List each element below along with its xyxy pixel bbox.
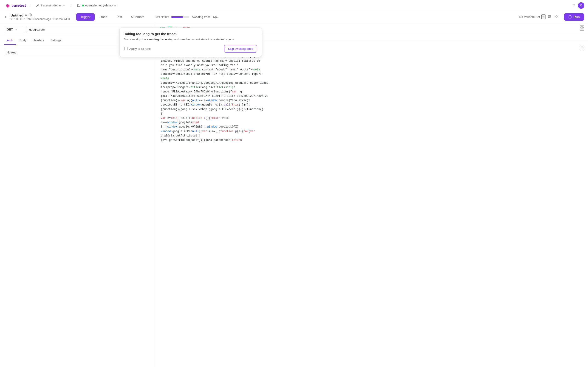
code-line-19: 0===window.google.kOPI&&0===window.googl… bbox=[161, 125, 583, 129]
code-line-16: { bbox=[161, 112, 583, 116]
environment-selector[interactable]: opentelemetry-demo bbox=[75, 3, 119, 8]
test-title-row: Untitled ✏ ⓘ bbox=[10, 13, 70, 17]
main-content: GET Auth Body Headers Settings No Auth bbox=[0, 23, 588, 367]
svg-point-2 bbox=[37, 4, 38, 6]
apply-checkbox-input[interactable] bbox=[124, 47, 128, 50]
run-label: Run bbox=[573, 15, 580, 19]
run-spinner bbox=[569, 15, 572, 19]
code-expand-icon bbox=[580, 46, 584, 50]
app-logo[interactable]: tracetest bbox=[4, 2, 26, 9]
code-line-22: (b=a.getAttribute("eid")));)a=a.parentNo… bbox=[161, 138, 583, 142]
code-line-17: var h=this||self;function l(){return voi… bbox=[161, 116, 583, 120]
method-chevron-icon bbox=[14, 28, 17, 31]
account-selector[interactable]: tracetest-demo bbox=[34, 3, 67, 8]
progress-fill bbox=[171, 16, 183, 18]
tab-test[interactable]: Test bbox=[112, 13, 126, 21]
account-name: tracetest-demo bbox=[41, 4, 61, 7]
code-line-21: b;a&&(!a.getAttribute||! bbox=[161, 134, 583, 138]
auth-value: No Auth bbox=[7, 51, 17, 54]
req-tab-headers[interactable]: Headers bbox=[29, 36, 47, 45]
settings-button[interactable] bbox=[554, 14, 559, 20]
popup-title: Taking too long to get the trace? bbox=[124, 32, 257, 36]
tab-trigger[interactable]: Trigger bbox=[76, 13, 95, 21]
run-button[interactable]: Run bbox=[564, 13, 584, 21]
req-tab-body[interactable]: Body bbox=[16, 36, 30, 45]
app-name: tracetest bbox=[11, 3, 26, 7]
code-line-8: <meta bbox=[161, 76, 583, 81]
chevron-down-icon-env bbox=[114, 4, 117, 7]
variable-set-area: No Variable Set bbox=[519, 14, 559, 20]
expand-icon bbox=[580, 26, 584, 29]
popup-description: You can skip the awaiting trace step and… bbox=[124, 37, 257, 42]
test-meta: v1 • HTTP • Ran 20 seconds ago • Run via… bbox=[10, 17, 70, 21]
code-line-11: nonce="PL1A1MwkY1wX_54hv78JsQ">(function… bbox=[161, 90, 583, 94]
chevron-down-icon-varset bbox=[542, 15, 545, 18]
code-line-4: images, videos and more. Google has many… bbox=[161, 59, 583, 63]
code-line-14: google.kEI=_g.kEI:window.google=_g;}).ca… bbox=[161, 103, 583, 107]
nav-separator-2: / bbox=[70, 4, 71, 7]
external-link-icon bbox=[548, 15, 552, 18]
top-navigation: tracetest / tracetest-demo / opentelemet… bbox=[0, 0, 588, 11]
status-dot bbox=[82, 5, 84, 6]
tab-automate[interactable]: Automate bbox=[127, 13, 149, 21]
popup-highlight: awaiting trace bbox=[147, 38, 167, 41]
right-panel: 200 Time: 3502ms Body Headers Variable S… bbox=[156, 23, 588, 367]
environment-name: opentelemetry-demo bbox=[85, 4, 112, 7]
test-header: Untitled ✏ ⓘ v1 • HTTP • Ran 20 seconds … bbox=[0, 11, 588, 23]
trace-popup: Taking too long to get the trace? You ca… bbox=[120, 27, 262, 57]
code-expand-button[interactable] bbox=[579, 45, 585, 51]
code-line-10: itemprop="image"><title>Google</title><s… bbox=[161, 85, 583, 90]
settings-icon bbox=[555, 15, 558, 18]
code-line-12: {kEI:'KJBnZc79GoiS2roP6umr0A4',kEXPI:'0,… bbox=[161, 94, 583, 98]
req-tab-auth[interactable]: Auth bbox=[4, 36, 16, 45]
code-line-9: content="/images/branding/googleg/1x/goo… bbox=[161, 81, 583, 85]
code-area[interactable]: <!doctype html><html itemscope="" itemty… bbox=[156, 42, 588, 367]
folder-icon bbox=[77, 4, 81, 7]
nav-right-area: ? O bbox=[573, 2, 584, 9]
edit-icon[interactable]: ✏ bbox=[25, 14, 27, 17]
method-value: GET bbox=[7, 28, 13, 31]
test-name: Untitled bbox=[10, 13, 23, 17]
test-status-area: Test status: Awaiting trace ▶▶ bbox=[155, 15, 218, 19]
code-line-18: 0===window.google&&void bbox=[161, 120, 583, 125]
code-line-13: (function(){var a;(null==(a=window.googl… bbox=[161, 98, 583, 103]
chevron-down-icon bbox=[62, 4, 65, 7]
req-tab-settings[interactable]: Settings bbox=[47, 36, 65, 45]
code-expand-area bbox=[579, 45, 585, 51]
left-panel: GET Auth Body Headers Settings No Auth bbox=[0, 23, 156, 367]
method-selector[interactable]: GET bbox=[4, 26, 24, 33]
logo-icon bbox=[4, 2, 10, 9]
status-text: Awaiting trace bbox=[192, 15, 210, 19]
test-title-area: Untitled ✏ ⓘ v1 • HTTP • Ran 20 seconds … bbox=[10, 13, 70, 21]
progress-track bbox=[171, 16, 190, 18]
tab-trace[interactable]: Trace bbox=[95, 13, 111, 21]
help-icon: ? bbox=[573, 3, 575, 8]
popup-actions: Apply to all runs Skip awaiting trace bbox=[124, 45, 257, 52]
arrow-icon: ▶▶ bbox=[213, 15, 218, 19]
info-icon[interactable]: ⓘ bbox=[29, 13, 32, 17]
apply-checkbox-label[interactable]: Apply to all runs bbox=[124, 47, 151, 50]
tab-bar: Trigger Trace Test Automate bbox=[76, 13, 149, 21]
code-line-5: help you find exactly what you're lookin… bbox=[161, 63, 583, 68]
skip-awaiting-trace-button[interactable]: Skip awaiting trace bbox=[224, 45, 257, 52]
code-line-20: window.google.kOPI:null};var m,n=[];func… bbox=[161, 129, 583, 134]
nav-separator: / bbox=[30, 4, 31, 7]
code-line-6: name="description"><meta content="noodp"… bbox=[161, 68, 583, 72]
help-button[interactable]: ? bbox=[573, 3, 575, 8]
external-link-button[interactable] bbox=[547, 14, 552, 20]
back-icon bbox=[4, 15, 8, 19]
person-icon bbox=[36, 4, 40, 7]
variable-set-label: No Variable Set bbox=[519, 15, 540, 19]
code-line-15: (function(){google.sn='webhp';google.kHL… bbox=[161, 107, 583, 112]
back-button[interactable] bbox=[4, 15, 8, 19]
avatar[interactable]: O bbox=[578, 2, 584, 9]
svg-point-4 bbox=[556, 16, 557, 17]
apply-label: Apply to all runs bbox=[129, 47, 151, 50]
expand-button[interactable] bbox=[580, 25, 584, 31]
status-label: Test status: bbox=[155, 15, 169, 19]
code-line-7: content="text/html; charset=UTF-8" http-… bbox=[161, 72, 583, 76]
variable-set-dropdown[interactable] bbox=[541, 15, 545, 19]
